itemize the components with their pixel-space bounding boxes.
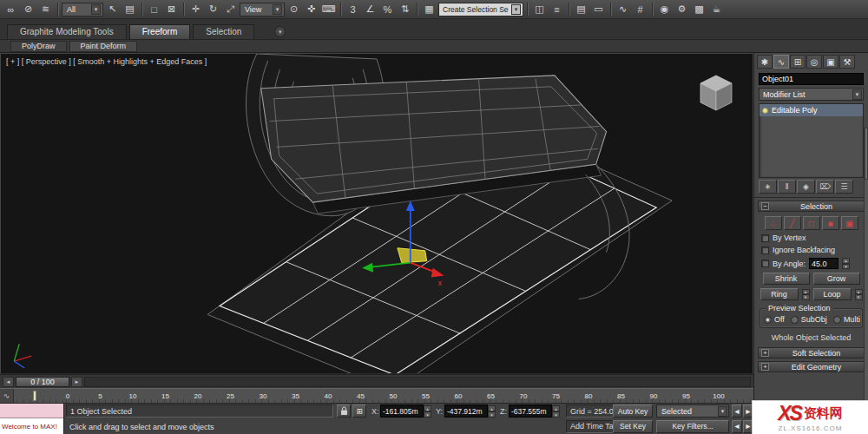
- preview-off-option[interactable]: Off: [764, 315, 785, 324]
- bind-to-space-warp-icon[interactable]: ≋: [37, 2, 54, 17]
- angle-value-field[interactable]: 45.0: [809, 258, 838, 269]
- modifier-list-dropdown[interactable]: Modifier List ▾: [759, 88, 864, 101]
- current-frame-marker[interactable]: [33, 391, 36, 401]
- configure-modifier-sets-icon[interactable]: ☰: [835, 180, 853, 194]
- rendered-frame-window-icon[interactable]: ▩: [691, 2, 707, 17]
- use-center-icon[interactable]: ⊙: [286, 2, 302, 17]
- remove-modifier-icon[interactable]: ⌦: [816, 180, 834, 194]
- align-icon[interactable]: ≡: [549, 2, 565, 17]
- graphite-ribbon-icon[interactable]: ▭: [590, 2, 607, 17]
- collapse-icon[interactable]: −: [761, 202, 769, 210]
- curve-editor-icon[interactable]: ∿: [615, 2, 631, 17]
- radio-off-icon[interactable]: [833, 316, 841, 324]
- spinner-down-icon[interactable]: ▾: [552, 411, 560, 418]
- select-and-rotate-icon[interactable]: ↻: [205, 2, 221, 17]
- auto-key-button[interactable]: Auto Key: [613, 404, 653, 418]
- snap-toggle-icon[interactable]: 3: [345, 2, 361, 17]
- spinner-down-icon[interactable]: ▾: [802, 294, 810, 300]
- modifier-stack[interactable]: Editable Poly: [759, 103, 864, 178]
- vertex-subobject-icon[interactable]: ∴: [765, 216, 782, 230]
- viewport-canvas[interactable]: x: [1, 54, 753, 373]
- percent-snap-icon[interactable]: %: [379, 2, 396, 17]
- radio-off-icon[interactable]: [791, 316, 799, 324]
- spinner-down-icon[interactable]: ▾: [424, 411, 431, 418]
- play-backward-button[interactable]: ◄: [732, 420, 742, 433]
- named-selection-set-combo[interactable]: Create Selection Se ▾: [438, 3, 523, 16]
- motion-tab-icon[interactable]: ◎: [806, 55, 822, 69]
- ring-spinner[interactable]: ▴ ▾: [802, 289, 810, 300]
- select-and-scale-icon[interactable]: ⤢: [222, 2, 239, 17]
- time-slider[interactable]: ◄ 0 / 100 ►: [0, 374, 753, 388]
- macro-recorder-row[interactable]: [0, 404, 63, 418]
- material-editor-icon[interactable]: ◉: [656, 2, 673, 17]
- scrollbar-thumb[interactable]: [865, 128, 868, 180]
- mirror-icon[interactable]: ◫: [531, 2, 548, 17]
- y-spinner[interactable]: ▴▾: [488, 405, 496, 418]
- key-selection-dropdown[interactable]: Selected ▾: [656, 404, 729, 418]
- render-setup-icon[interactable]: ⚙: [674, 2, 690, 17]
- spinner-up-icon[interactable]: ▴: [552, 405, 560, 411]
- create-tab-icon[interactable]: ✱: [757, 55, 773, 69]
- radio-on-icon[interactable]: [764, 316, 772, 324]
- maxscript-mini-listener[interactable]: Welcome to MAX!: [0, 404, 64, 434]
- spinner-down-icon[interactable]: ▾: [855, 294, 863, 300]
- ribbon-options-button[interactable]: ▾: [274, 26, 286, 37]
- edit-named-selection-sets-icon[interactable]: ▦: [421, 2, 437, 17]
- previous-key-button[interactable]: ◄: [732, 404, 742, 418]
- hierarchy-tab-icon[interactable]: ⊞: [790, 55, 806, 69]
- edit-geometry-rollout-header[interactable]: + Edit Geometry: [758, 361, 865, 372]
- panel-paint-deform[interactable]: Paint Deform: [69, 41, 138, 52]
- object-name-field[interactable]: Object01: [759, 73, 864, 85]
- spinner-down-icon[interactable]: ▾: [842, 264, 850, 270]
- edge-subobject-icon[interactable]: ╱: [784, 216, 801, 230]
- selection-rollout-header[interactable]: − Selection: [758, 201, 865, 212]
- time-slider-track[interactable]: [84, 377, 751, 387]
- next-frame-button[interactable]: ►: [71, 377, 82, 387]
- expand-icon[interactable]: +: [761, 349, 769, 357]
- soft-selection-rollout-header[interactable]: + Soft Selection: [758, 347, 865, 358]
- make-unique-icon[interactable]: ◈: [797, 180, 815, 194]
- tab-graphite-modeling-tools[interactable]: Graphite Modeling Tools: [7, 24, 127, 39]
- spinner-snap-icon[interactable]: ⇅: [397, 2, 413, 17]
- loop-button[interactable]: Loop: [813, 288, 852, 300]
- show-end-result-icon[interactable]: ‖: [778, 180, 796, 194]
- z-coordinate-field[interactable]: -637.555m: [509, 404, 552, 418]
- listener-row[interactable]: Welcome to MAX!: [0, 418, 63, 434]
- selection-lock-toggle[interactable]: [337, 404, 351, 418]
- shrink-button[interactable]: Shrink: [763, 273, 810, 285]
- preview-multi-option[interactable]: Multi: [833, 315, 860, 324]
- y-coordinate-field[interactable]: -437.912m: [444, 404, 488, 418]
- key-filters-button[interactable]: Key Filters...: [656, 420, 729, 433]
- perspective-viewport[interactable]: x [ + ] [ Perspective ] [ Smooth + Highl…: [0, 53, 753, 374]
- time-slider-handle[interactable]: 0 / 100: [16, 377, 69, 387]
- set-key-button[interactable]: Set Key: [613, 420, 653, 433]
- select-object-icon[interactable]: ↖: [104, 2, 121, 17]
- expand-icon[interactable]: +: [761, 363, 769, 371]
- loop-spinner[interactable]: ▴ ▾: [855, 289, 863, 300]
- display-tab-icon[interactable]: ▣: [823, 55, 838, 69]
- keyboard-override-icon[interactable]: ⌨: [320, 2, 337, 17]
- window-crossing-icon[interactable]: ⊠: [163, 2, 180, 17]
- polygon-subobject-icon[interactable]: ■: [822, 216, 839, 230]
- x-spinner[interactable]: ▴▾: [424, 405, 431, 418]
- select-and-link-icon[interactable]: ∞: [3, 2, 19, 17]
- tab-freeform[interactable]: Freeform: [129, 24, 191, 39]
- spinner-down-icon[interactable]: ▾: [488, 411, 496, 418]
- stack-item-editable-poly[interactable]: Editable Poly: [760, 104, 863, 116]
- panel-scrollbar[interactable]: [864, 128, 868, 403]
- by-angle-checkbox[interactable]: [761, 260, 769, 267]
- schematic-view-icon[interactable]: #: [632, 2, 648, 17]
- viewport-label[interactable]: [ + ] [ Perspective ] [ Smooth + Highlig…: [6, 57, 207, 66]
- pin-stack-icon[interactable]: ∗: [759, 180, 777, 194]
- utilities-tab-icon[interactable]: ⚒: [839, 55, 855, 69]
- selection-filter-dropdown[interactable]: All ▾: [62, 3, 103, 16]
- angle-snap-icon[interactable]: ∠: [362, 2, 378, 17]
- ignore-backfacing-checkbox[interactable]: [761, 247, 769, 254]
- tab-selection[interactable]: Selection: [193, 24, 254, 39]
- border-subobject-icon[interactable]: □: [803, 216, 820, 230]
- spinner-up-icon[interactable]: ▴: [488, 405, 496, 411]
- render-production-icon[interactable]: ☕: [708, 2, 725, 17]
- z-spinner[interactable]: ▴▾: [552, 405, 560, 418]
- select-by-name-icon[interactable]: ▤: [122, 2, 138, 17]
- preview-subobj-option[interactable]: SubObj: [791, 315, 827, 324]
